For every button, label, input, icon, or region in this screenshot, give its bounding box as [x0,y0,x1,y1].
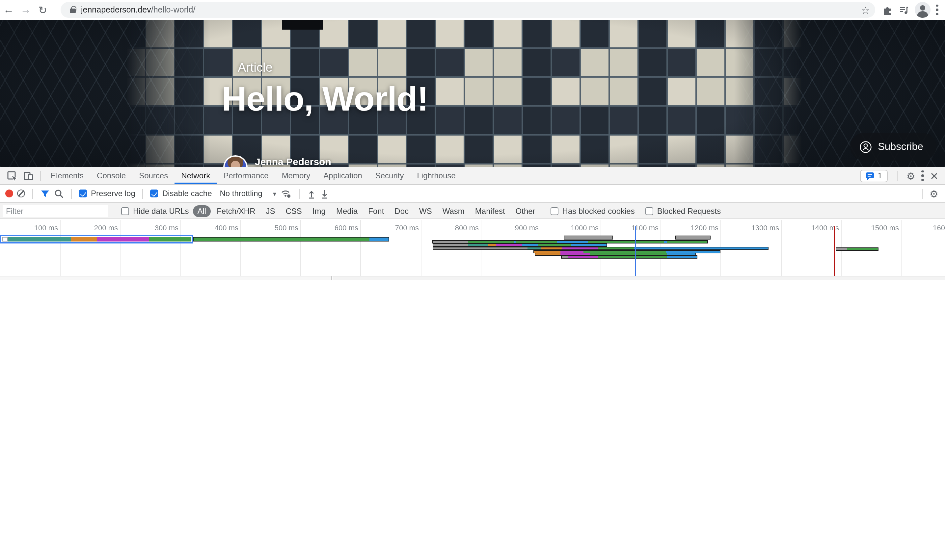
back-icon[interactable]: ← [0,1,17,18]
author-avatar[interactable] [223,155,248,167]
tab-network[interactable]: Network [174,167,217,184]
hero-top-strip [282,20,323,29]
search-icon[interactable] [54,189,64,198]
filter-type-other[interactable]: Other [511,205,540,217]
load-event-marker [834,226,835,276]
address-bar[interactable]: jennapederson.dev/hello-world/ ☆ [60,2,875,18]
reload-icon[interactable]: ↻ [34,1,51,18]
waterfall-bar [193,237,389,242]
inspect-element-icon[interactable] [6,170,18,181]
forward-icon[interactable]: → [17,1,34,18]
filter-type-manifest[interactable]: Manifest [470,205,510,217]
devtools-tabs: ElementsConsoleSourcesNetworkPerformance… [44,167,462,184]
waterfall-bar [836,248,879,251]
requests-name-column-header[interactable]: Name [0,276,331,280]
disable-cache-checkbox[interactable] [151,189,158,197]
detail-tab-response[interactable]: Response [432,276,480,280]
badge-count: 1 [878,171,882,180]
browser-menu-icon[interactable] [936,5,939,15]
detail-tab-cookies[interactable]: Cookies [553,276,594,280]
profile-avatar[interactable] [915,2,931,18]
filter-input[interactable] [3,205,108,217]
console-messages-badge[interactable]: 1 [860,169,887,182]
filter-type-img[interactable]: Img [308,205,330,217]
preserve-log-checkbox[interactable] [79,189,87,197]
author-name[interactable]: Jenna Pederson [255,156,351,167]
subscribe-button[interactable]: Subscribe [850,133,936,160]
filter-type-wasm[interactable]: Wasm [438,205,469,217]
devtools-menu-icon[interactable] [921,171,924,181]
has-blocked-cookies-label: Has blocked cookies [563,206,635,215]
article-title: Hello, World! [222,79,428,118]
waterfall-bar [432,240,708,243]
devtools-tabbar: ElementsConsoleSourcesNetworkPerformance… [0,167,945,185]
detail-tab-headers[interactable]: Headers [351,276,393,280]
throttling-select[interactable]: No throttling [220,189,262,198]
ruler-gridline [781,220,782,276]
filter-icon[interactable] [40,189,50,198]
hide-data-urls-checkbox[interactable] [121,207,129,215]
detail-tab-timing[interactable]: Timing [518,276,553,280]
tab-memory[interactable]: Memory [275,167,317,184]
article-hero: Article Hello, World! Jenna Pederson 28 … [0,20,945,167]
detail-close-icon[interactable]: × [338,279,351,280]
network-conditions-icon[interactable] [280,188,292,199]
waterfall-bar [561,255,697,258]
request-type-filters: AllFetch/XHRJSCSSImgMediaFontDocWSWasmMa… [193,205,540,217]
detail-tab-initiator[interactable]: Initiator [480,276,518,280]
hide-data-urls-label: Hide data URLs [133,206,189,215]
ruler-tick-label: 1500 ms [849,224,899,232]
filter-type-fetch-xhr[interactable]: Fetch/XHR [212,205,260,217]
detail-tab-preview[interactable]: Preview [393,276,432,280]
devtools-close-icon[interactable] [930,171,939,180]
extensions-icon[interactable] [882,4,893,15]
export-har-icon[interactable] [321,189,330,198]
filter-type-js[interactable]: JS [261,205,280,217]
tab-sources[interactable]: Sources [133,167,174,184]
ruler-gridline [60,220,60,276]
waterfall-bar [433,243,607,247]
network-overview-timeline[interactable]: 100 ms200 ms300 ms400 ms500 ms600 ms700 … [0,220,945,276]
filter-type-css[interactable]: CSS [281,205,307,217]
filter-type-font[interactable]: Font [364,205,388,217]
byline: Jenna Pederson 28 Jul 2021 • 1 min read [223,155,351,167]
import-har-icon[interactable] [307,189,316,198]
tab-console[interactable]: Console [90,167,133,184]
ruler-gridline [360,220,361,276]
chat-icon [865,171,874,180]
ruler-tick-label: 300 ms [129,224,179,232]
ruler-tick-label: 200 ms [68,224,118,232]
detail-tabbar: × HeadersPreviewResponseInitiatorTimingC… [333,276,945,280]
browser-toolbar: ← → ↻ jennapederson.dev/hello-world/ ☆ [0,0,945,20]
waterfall-bar [675,235,711,240]
bookmark-star-icon[interactable]: ☆ [861,5,870,15]
filter-type-ws[interactable]: WS [415,205,436,217]
selected-request-bar [0,235,193,243]
tab-application[interactable]: Application [317,167,368,184]
ruler-tick-label: 600 ms [309,224,358,232]
clear-icon[interactable] [17,189,25,197]
ruler-tick-label: 700 ms [370,224,419,232]
subscribe-label: Subscribe [878,141,923,153]
devtools-panel: ElementsConsoleSourcesNetworkPerformance… [0,167,945,280]
record-icon[interactable] [5,189,13,197]
network-filter-bar: Hide data URLs AllFetch/XHRJSCSSImgMedia… [0,203,945,219]
has-blocked-cookies-checkbox[interactable] [550,207,558,215]
ruler-tick-label: 800 ms [429,224,479,232]
media-controls-icon[interactable] [898,4,910,15]
filter-type-all[interactable]: All [193,205,211,217]
browser-actions [882,2,945,18]
blocked-requests-checkbox[interactable] [645,207,653,215]
device-toolbar-icon[interactable] [23,170,34,181]
tab-performance[interactable]: Performance [217,167,275,184]
request-detail-panel: × HeadersPreviewResponseInitiatorTimingC… [333,276,945,280]
tab-security[interactable]: Security [369,167,411,184]
devtools-settings-icon[interactable]: ⚙ [906,171,916,181]
lock-icon [70,9,76,13]
tab-lighthouse[interactable]: Lighthouse [410,167,462,184]
filter-type-media[interactable]: Media [331,205,362,217]
ruler-tick-label: 400 ms [189,224,238,232]
network-settings-icon[interactable]: ⚙ [930,189,939,198]
tab-elements[interactable]: Elements [44,167,90,184]
filter-type-doc[interactable]: Doc [390,205,413,217]
